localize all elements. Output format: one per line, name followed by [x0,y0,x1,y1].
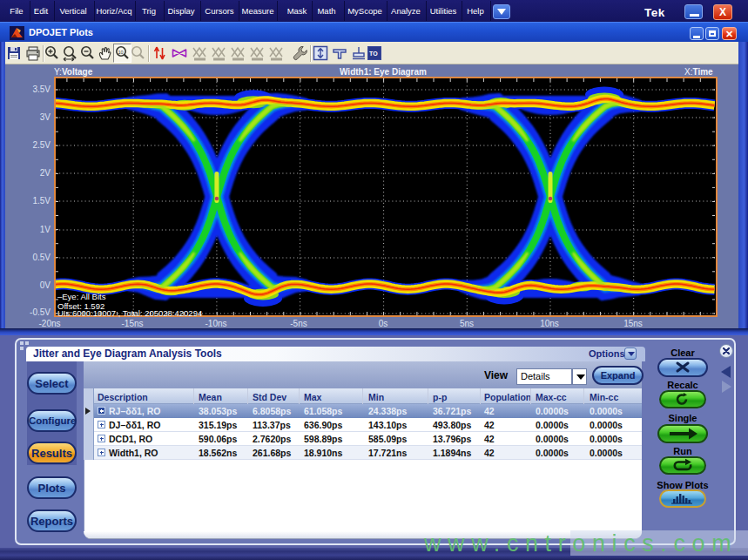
svg-text:10: 10 [118,50,124,55]
svg-text:TO: TO [369,51,378,57]
